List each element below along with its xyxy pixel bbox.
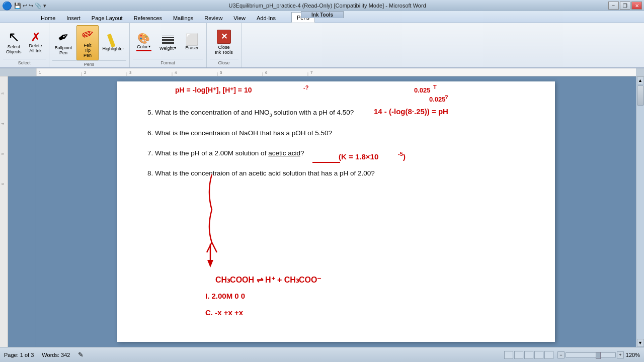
tab-references[interactable]: References: [128, 13, 168, 23]
format-section-label: Format: [133, 59, 203, 65]
select-buttons: ↖ SelectObjects ✗ DeleteAll Ink: [3, 25, 46, 59]
svg-text:4: 4: [175, 70, 177, 75]
title-bar-left: 🔵 💾 ↩ ↪ 📎 ▾: [2, 1, 46, 11]
view-buttons: [504, 351, 553, 359]
question-6: 6. What is the concentraion of NaOH that…: [147, 127, 525, 139]
minimize-button[interactable]: −: [608, 2, 619, 10]
felt-tip-pen-button[interactable]: ✏ FeltTip Pen: [76, 25, 99, 60]
select-objects-icon: ↖: [8, 30, 20, 44]
view-web-button[interactable]: [524, 351, 533, 359]
tab-review[interactable]: Review: [199, 13, 228, 23]
ruler-marks: 1 2 3 4 5 6 7: [36, 68, 636, 76]
tab-home[interactable]: Home: [35, 13, 61, 23]
delete-all-ink-label: DeleteAll Ink: [29, 43, 42, 53]
scroll-thumb[interactable]: [637, 85, 644, 106]
zoom-in-button[interactable]: +: [617, 351, 624, 358]
close-button[interactable]: ✕: [631, 2, 642, 10]
select-section-label: Select: [3, 59, 46, 65]
title-bar: 🔵 💾 ↩ ↪ 📎 ▾ U3Equilibrium_pH_practice-4 …: [0, 0, 644, 11]
svg-text:5: 5: [1, 153, 5, 155]
eraser-button[interactable]: ⬜ Eraser: [181, 32, 203, 52]
tab-view[interactable]: View: [228, 13, 251, 23]
highlighter-button[interactable]: ▌ Highlighter: [101, 32, 126, 53]
felt-tip-pen-icon: ✏: [79, 26, 95, 43]
weight-button[interactable]: Weight ▾: [157, 32, 179, 53]
vertical-ruler: 3 4 5 6: [0, 76, 8, 347]
highlighter-label: Highlighter: [103, 46, 124, 51]
delete-all-ink-button[interactable]: ✗ DeleteAll Ink: [26, 29, 46, 55]
status-bar: Page: 1 of 3 Words: 342 ✎ − + 120%: [0, 347, 644, 362]
svg-text:1: 1: [39, 70, 41, 75]
right-scrollbar[interactable]: ▲ ▼: [636, 76, 644, 347]
svg-text:2: 2: [84, 70, 87, 75]
tab-add-ins[interactable]: Add-Ins: [251, 13, 281, 23]
track-changes-icon: ✎: [78, 351, 84, 358]
color-button[interactable]: 🎨 Color ▾: [133, 31, 155, 53]
zoom-out-button[interactable]: −: [557, 351, 565, 358]
ink-tools-tab-label: Ink Tools: [301, 11, 344, 18]
zoom-controls: − + 120%: [557, 351, 640, 358]
ribbon-section-pens: ✒ BallpointPen ✏ FeltTip Pen ▌ Highlight…: [49, 23, 130, 67]
select-objects-label: SelectObjects: [6, 44, 22, 54]
zoom-slider[interactable]: [566, 352, 616, 357]
eraser-icon: ⬜: [185, 34, 199, 45]
scroll-up-button[interactable]: ▲: [637, 76, 644, 84]
status-bar-right: − + 120%: [504, 351, 640, 359]
view-draft-button[interactable]: [544, 351, 553, 359]
close-ink-tools-icon: ✕: [217, 30, 231, 44]
restore-button[interactable]: ❐: [620, 2, 630, 10]
question-8: 8. What is the concentraion of an acetic…: [147, 167, 525, 179]
left-margin: [8, 76, 36, 347]
title-bar-controls: − ❐ ✕: [608, 2, 642, 10]
weight-label: Weight ▾: [159, 46, 176, 51]
ballpoint-pen-icon: ✒: [55, 28, 72, 46]
highlighter-icon: ▌: [108, 33, 119, 46]
close-ink-tools-button[interactable]: ✕ CloseInk Tools: [211, 28, 237, 57]
ribbon-section-close: ✕ CloseInk Tools Close: [207, 23, 242, 67]
color-icon: 🎨: [137, 33, 150, 43]
view-outline-button[interactable]: [534, 351, 543, 359]
close-section-label: Close: [210, 59, 238, 65]
color-bar: [136, 50, 151, 51]
svg-text:3: 3: [1, 93, 5, 95]
word-count: Words: 342: [42, 352, 70, 358]
ribbon: ↖ SelectObjects ✗ DeleteAll Ink Select ✒…: [0, 23, 644, 68]
svg-text:6: 6: [265, 70, 268, 75]
handwriting-space: [147, 220, 525, 321]
svg-text:3: 3: [129, 70, 132, 75]
question-7: 7. What is the pH of a 2.00M solution of…: [147, 147, 525, 159]
pens-section-label: Pens: [52, 60, 126, 67]
main-area: 3 4 5 6 pH = -log[H⁺], [H⁺] = 10 -? 0.02…: [0, 76, 644, 347]
svg-text:6: 6: [1, 183, 5, 185]
ruler-inner: 1 2 3 4 5 6 7: [36, 68, 636, 76]
view-reading-button[interactable]: [514, 351, 523, 359]
doc-content: 5. What is the concentration of and HNO3…: [147, 92, 525, 321]
svg-text:-?: -?: [303, 84, 309, 90]
ballpoint-pen-label: BallpointPen: [55, 45, 72, 55]
svg-text:4: 4: [1, 123, 5, 125]
ruler: 1 2 3 4 5 6 7: [0, 68, 644, 76]
document: pH = -log[H⁺], [H⁺] = 10 -? 0.025 T 0.02…: [117, 81, 555, 342]
ribbon-section-select: ↖ SelectObjects ✗ DeleteAll Ink Select: [0, 23, 49, 67]
tab-mailings[interactable]: Mailings: [168, 13, 199, 23]
svg-text:5: 5: [220, 70, 222, 75]
weight-icon: [161, 34, 175, 46]
close-ink-tools-label: CloseInk Tools: [215, 45, 232, 55]
color-label: Color ▾: [137, 44, 150, 49]
window-title: U3Equilibrium_pH_practice-4 (Read-Only) …: [228, 3, 426, 9]
view-normal-button[interactable]: [504, 351, 513, 359]
left-sidebar: 3 4 5 6: [0, 76, 36, 347]
zoom-level: 120%: [626, 352, 640, 358]
close-buttons: ✕ CloseInk Tools: [211, 25, 237, 59]
delete-all-ink-icon: ✗: [31, 31, 41, 43]
scroll-down-button[interactable]: ▼: [637, 339, 644, 347]
tab-page-layout[interactable]: Page Layout: [86, 13, 128, 23]
v-ruler-marks: 3 4 5 6: [0, 77, 8, 346]
format-buttons: 🎨 Color ▾ Weight ▾: [133, 25, 203, 59]
felt-tip-pen-label: FeltTip Pen: [80, 43, 95, 58]
tab-insert[interactable]: Insert: [61, 13, 86, 23]
ribbon-section-format: 🎨 Color ▾ Weight ▾: [130, 23, 207, 67]
eraser-label: Eraser: [185, 45, 199, 50]
ballpoint-pen-button[interactable]: ✒ BallpointPen: [52, 28, 74, 57]
select-objects-button[interactable]: ↖ SelectObjects: [3, 28, 25, 56]
